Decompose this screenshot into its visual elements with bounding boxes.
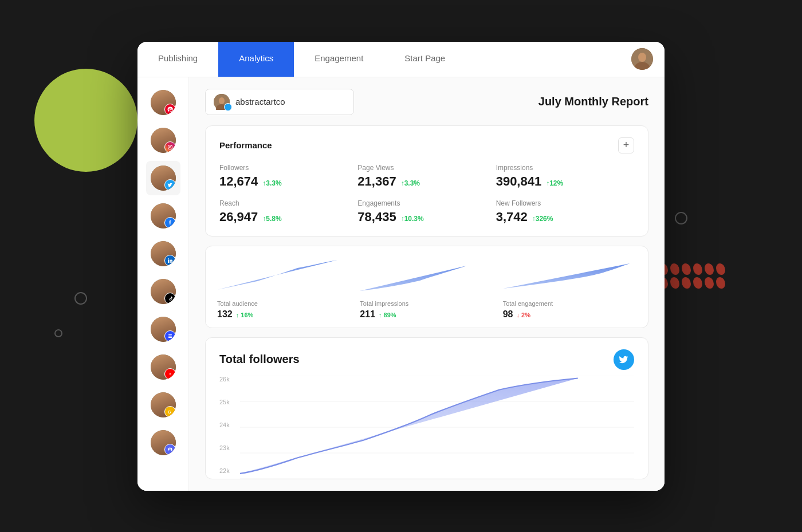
followers-chart-svg-container [240, 376, 634, 479]
main-content: G [137, 77, 665, 491]
mini-chart-audience-label: Total audience [217, 300, 351, 307]
metric-new-followers-change: ↑326% [532, 215, 553, 223]
sidebar-item-youtube[interactable] [146, 350, 180, 384]
bg-circle-3 [675, 212, 687, 224]
mini-chart-audience: Total audience 132 ↑ 16% [217, 255, 351, 320]
user-avatar[interactable] [631, 42, 653, 77]
y-label-26k: 26k [219, 376, 235, 383]
mini-chart-impressions-canvas [360, 255, 493, 295]
svg-rect-10 [168, 337, 172, 337]
account-selector-twitter-badge [224, 103, 232, 111]
performance-card: Performance + Followers 12,674 ↑3.3% Pag… [205, 125, 648, 237]
svg-point-15 [219, 97, 225, 104]
metric-new-followers-value: 3,742 [496, 210, 528, 224]
tab-engagement[interactable]: Engagement [294, 42, 384, 77]
top-nav: Publishing Analytics Engagement Start Pa… [137, 42, 665, 77]
y-axis: 26k 25k 24k 23k 22k [219, 376, 240, 479]
buffer-badge [164, 330, 176, 342]
metric-followers-value-row: 12,674 ↑3.3% [219, 174, 357, 189]
metric-page-views-label: Page Views [357, 164, 496, 172]
tab-analytics[interactable]: Analytics [218, 42, 294, 77]
account-row: abstractartco July Monthly Report [205, 89, 648, 115]
twitter-badge [164, 179, 176, 191]
bg-circle-2 [54, 329, 62, 337]
instagram-badge [164, 141, 176, 153]
sidebar-item-instagram[interactable] [146, 123, 180, 157]
metric-new-followers-label: New Followers [496, 199, 634, 207]
followers-chart-grid [240, 376, 634, 479]
sidebar-avatar-google: G [151, 392, 176, 417]
metric-engagements-label: Engagements [357, 199, 496, 207]
tiktok-badge [164, 293, 176, 304]
metric-page-views-change: ↑3.3% [401, 179, 420, 187]
mini-chart-engagement-change: ↓ 2% [516, 312, 530, 318]
user-avatar-img [631, 48, 653, 70]
add-metric-button[interactable]: + [618, 137, 634, 153]
mini-chart-engagement-value: 98 [503, 309, 513, 320]
linkedin-badge [164, 255, 176, 266]
metric-reach-change: ↑5.8% [262, 215, 281, 223]
account-name-text: abstractartco [235, 97, 285, 107]
sidebar-avatar-linkedin [151, 241, 176, 266]
followers-chart-container: 26k 25k 24k 23k 22k [219, 376, 634, 479]
mini-chart-engagement-value-row: 98 ↓ 2% [503, 309, 636, 320]
mini-chart-impressions-change: ↑ 89% [379, 312, 396, 318]
svg-point-4 [169, 146, 171, 148]
svg-point-7 [168, 258, 169, 259]
sidebar-avatar-tiktok [151, 279, 176, 304]
metric-page-views-value-row: 21,367 ↑3.3% [357, 174, 496, 189]
account-selector[interactable]: abstractartco [205, 89, 354, 115]
svg-point-1 [638, 53, 646, 62]
mini-chart-impressions: Total impressions 211 ↑ 89% [360, 255, 493, 320]
metric-reach: Reach 26,947 ↑5.8% [219, 199, 357, 224]
followers-card: Total followers 26k 25k 24k 23k [205, 337, 648, 479]
sidebar-avatar-instagram [151, 128, 176, 153]
facebook-badge [164, 217, 176, 228]
followers-twitter-icon[interactable] [614, 349, 634, 370]
metric-engagements-value-row: 78,435 ↑10.3% [357, 210, 496, 224]
metric-engagements-value: 78,435 [357, 210, 396, 224]
sidebar-item-tiktok[interactable] [146, 274, 180, 309]
mini-chart-impressions-label: Total impressions [360, 300, 493, 307]
mini-chart-engagement: Total engagement 98 ↓ 2% [503, 255, 636, 320]
metric-reach-label: Reach [219, 199, 357, 207]
bg-decoration-green [34, 69, 137, 172]
metric-new-followers: New Followers 3,742 ↑326% [496, 199, 634, 224]
metric-reach-value: 26,947 [219, 210, 258, 224]
mini-chart-audience-change: ↑ 16% [236, 312, 254, 318]
metric-new-followers-value-row: 3,742 ↑326% [496, 210, 634, 224]
sidebar-item-google[interactable]: G [146, 388, 180, 422]
pinterest-badge [164, 104, 176, 115]
svg-rect-6 [168, 259, 169, 263]
sidebar-item-discord[interactable] [146, 425, 180, 460]
mini-chart-impressions-value-row: 211 ↑ 89% [360, 309, 493, 320]
tab-publishing[interactable]: Publishing [137, 42, 218, 77]
sidebar-item-pinterest[interactable] [146, 85, 180, 120]
sidebar-item-facebook[interactable] [146, 199, 180, 233]
sidebar-avatar-youtube [151, 354, 176, 380]
mini-charts-card: Total audience 132 ↑ 16% [205, 246, 648, 328]
google-badge: G [164, 406, 176, 417]
sidebar-avatar-twitter [151, 165, 176, 191]
followers-header: Total followers [219, 349, 634, 370]
youtube-badge [164, 368, 176, 380]
app-window: Publishing Analytics Engagement Start Pa… [137, 42, 665, 491]
sidebar-item-twitter[interactable] [146, 161, 180, 195]
metric-page-views-value: 21,367 [357, 174, 396, 189]
tab-start-page[interactable]: Start Page [384, 42, 466, 77]
metric-reach-value-row: 26,947 ↑5.8% [219, 210, 357, 224]
sidebar-avatar-buffer [151, 317, 176, 342]
account-selector-avatar [214, 94, 230, 110]
mini-chart-audience-value-row: 132 ↑ 16% [217, 309, 351, 320]
metric-impressions: Impressions 390,841 ↑12% [496, 164, 634, 189]
sidebar-item-buffer[interactable] [146, 312, 180, 346]
metric-followers-value: 12,674 [219, 174, 258, 189]
mini-chart-engagement-canvas [503, 255, 636, 295]
metric-followers-label: Followers [219, 164, 357, 172]
mini-chart-impressions-value: 211 [360, 309, 375, 320]
sidebar-item-linkedin[interactable] [146, 237, 180, 271]
svg-rect-8 [168, 334, 172, 335]
svg-point-5 [171, 145, 171, 146]
sidebar: G [137, 77, 189, 491]
metric-impressions-value-row: 390,841 ↑12% [496, 174, 634, 189]
